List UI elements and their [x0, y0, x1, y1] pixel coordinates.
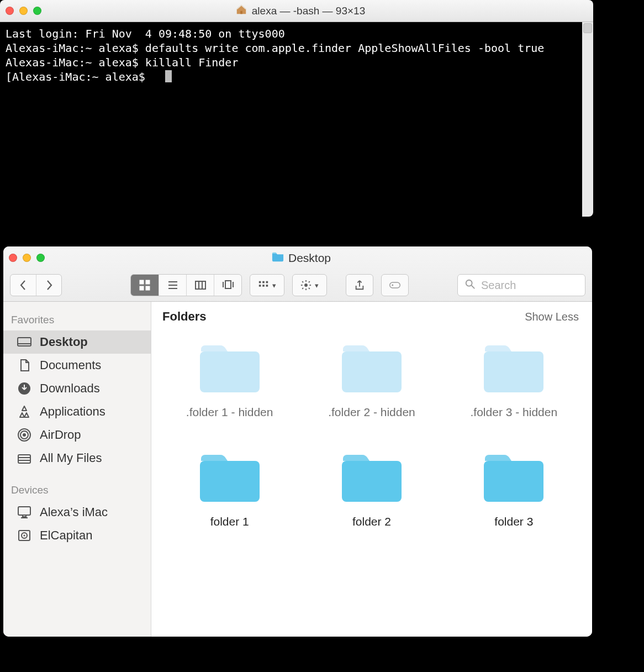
chevron-down-icon: ▾: [272, 281, 276, 290]
sidebar-item-applications[interactable]: Applications: [3, 400, 151, 423]
svg-line-24: [302, 281, 303, 282]
folder-label: folder 3: [494, 515, 533, 528]
folder-label: folder 2: [352, 515, 391, 528]
folder-label: .folder 3 - hidden: [471, 406, 558, 419]
terminal-titlebar[interactable]: alexa — -bash — 93×13: [0, 0, 593, 22]
folder-item[interactable]: .folder 2 - hidden: [303, 343, 440, 419]
imac-icon: [17, 505, 32, 519]
svg-rect-14: [262, 281, 265, 284]
airdrop-icon: [17, 428, 32, 442]
downloads-icon: [17, 381, 32, 396]
svg-rect-47: [484, 351, 543, 392]
finder-window: Desktop: [3, 246, 592, 637]
sidebar-item-airdrop[interactable]: AirDrop: [3, 423, 151, 447]
folder-icon: [197, 452, 263, 505]
folder-icon: [339, 452, 405, 505]
coverflow-view-button[interactable]: [214, 275, 241, 296]
terminal-line: [Alexas-iMac:~ alexa$: [6, 70, 588, 84]
close-button[interactable]: [6, 7, 14, 15]
search-field[interactable]: [457, 274, 585, 296]
terminal-line: Alexas-iMac:~ alexa$ defaults write com.…: [6, 41, 588, 55]
chevron-down-icon: ▾: [315, 281, 319, 290]
scrollbar-thumb[interactable]: [583, 23, 592, 33]
sidebar-item-imac[interactable]: Alexa’s iMac: [3, 501, 151, 524]
sidebar-item-documents[interactable]: Documents: [3, 354, 151, 377]
sidebar-heading-devices: Devices: [3, 480, 151, 501]
sidebar-item-label: Alexa’s iMac: [40, 505, 108, 519]
folder-item[interactable]: folder 1: [161, 452, 298, 528]
folder-icon: [197, 343, 263, 396]
svg-point-29: [466, 280, 472, 286]
documents-icon: [17, 358, 32, 372]
back-button[interactable]: [10, 275, 36, 296]
finder-title: Desktop: [50, 251, 552, 265]
terminal-traffic-lights: [6, 7, 41, 15]
sidebar-heading-favorites: Favorites: [3, 309, 151, 330]
svg-point-44: [24, 535, 25, 537]
svg-rect-17: [262, 285, 265, 287]
actions-button[interactable]: ▾: [292, 274, 327, 296]
maximize-button[interactable]: [33, 7, 41, 15]
column-view-button[interactable]: [186, 275, 214, 296]
search-input[interactable]: [481, 279, 578, 292]
icon-view-button[interactable]: [131, 275, 159, 296]
sidebar-item-label: Documents: [40, 358, 101, 372]
finder-controls: ▾ ▾: [3, 270, 592, 301]
tags-button[interactable]: [381, 274, 409, 296]
maximize-button[interactable]: [36, 254, 45, 262]
close-button[interactable]: [9, 254, 17, 262]
desktop-icon: [17, 335, 32, 349]
sidebar-item-label: ElCapitan: [40, 528, 92, 543]
svg-rect-0: [140, 280, 144, 284]
view-mode-group: [130, 274, 242, 296]
folder-label: .folder 1 - hidden: [186, 406, 273, 419]
cursor-icon: [165, 70, 172, 82]
sidebar-item-desktop[interactable]: Desktop: [3, 330, 151, 354]
finder-content[interactable]: Folders Show Less .folder 1 - hidden.fol…: [151, 302, 592, 637]
svg-rect-10: [225, 281, 231, 288]
finder-titlebar[interactable]: Desktop: [3, 246, 592, 270]
terminal-body[interactable]: Last login: Fri Nov 4 09:48:50 on ttys00…: [0, 22, 593, 217]
svg-point-19: [304, 284, 308, 287]
folder-item[interactable]: folder 3: [446, 452, 582, 528]
minimize-button[interactable]: [23, 254, 31, 262]
terminal-scrollbar[interactable]: [582, 22, 593, 217]
sidebar-item-label: All My Files: [40, 451, 102, 465]
finder-body: Favorites Desktop Documents Downloads Ap…: [3, 302, 592, 637]
sidebar-item-all-my-files[interactable]: All My Files: [3, 447, 151, 470]
folder-item[interactable]: .folder 1 - hidden: [161, 343, 298, 419]
folder-item[interactable]: .folder 3 - hidden: [446, 343, 582, 419]
sidebar-item-disk[interactable]: ElCapitan: [3, 524, 151, 547]
svg-rect-48: [200, 461, 260, 502]
applications-icon: [17, 405, 32, 419]
sidebar-item-label: Desktop: [40, 335, 88, 349]
folder-label: .folder 2 - hidden: [328, 406, 415, 419]
svg-rect-2: [140, 286, 144, 290]
share-button[interactable]: [346, 274, 373, 296]
svg-point-34: [23, 433, 26, 437]
folder-label: folder 1: [210, 515, 249, 528]
arrange-button[interactable]: ▾: [250, 274, 284, 296]
nav-group: [10, 274, 62, 296]
folder-item[interactable]: folder 2: [303, 452, 440, 528]
home-icon: [235, 3, 247, 18]
folder-grid: .folder 1 - hidden.folder 2 - hidden.fol…: [151, 329, 592, 528]
terminal-title: alexa — -bash — 93×13: [47, 3, 553, 18]
forward-button[interactable]: [36, 275, 61, 296]
folder-icon: [481, 343, 547, 396]
search-icon: [464, 279, 476, 292]
svg-rect-7: [196, 281, 205, 289]
sidebar-item-label: Downloads: [40, 381, 100, 396]
section-header: Folders Show Less: [151, 302, 592, 329]
svg-rect-18: [266, 285, 268, 287]
minimize-button[interactable]: [19, 7, 28, 15]
show-less-button[interactable]: Show Less: [525, 311, 579, 323]
list-view-button[interactable]: [159, 275, 186, 296]
svg-rect-16: [259, 285, 261, 287]
svg-line-25: [309, 288, 310, 289]
finder-traffic-lights: [9, 254, 45, 262]
svg-rect-15: [266, 281, 268, 284]
sidebar-item-downloads[interactable]: Downloads: [3, 377, 151, 400]
svg-rect-49: [342, 461, 402, 502]
finder-toolbar: Desktop: [3, 246, 592, 302]
